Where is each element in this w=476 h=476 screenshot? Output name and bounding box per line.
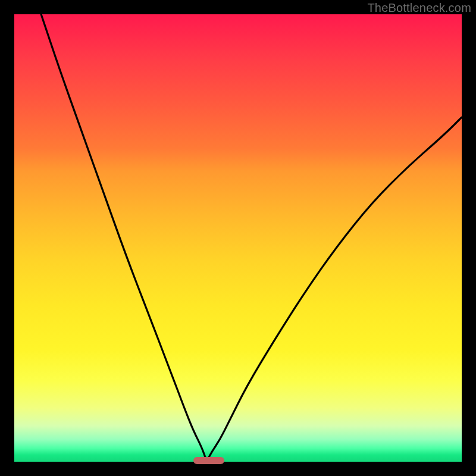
chart-container: TheBottleneck.com	[0, 0, 476, 476]
plot-area	[14, 14, 462, 462]
watermark-text: TheBottleneck.com	[367, 1, 471, 15]
optimal-range-marker	[193, 457, 225, 464]
bottleneck-curve	[14, 14, 462, 462]
